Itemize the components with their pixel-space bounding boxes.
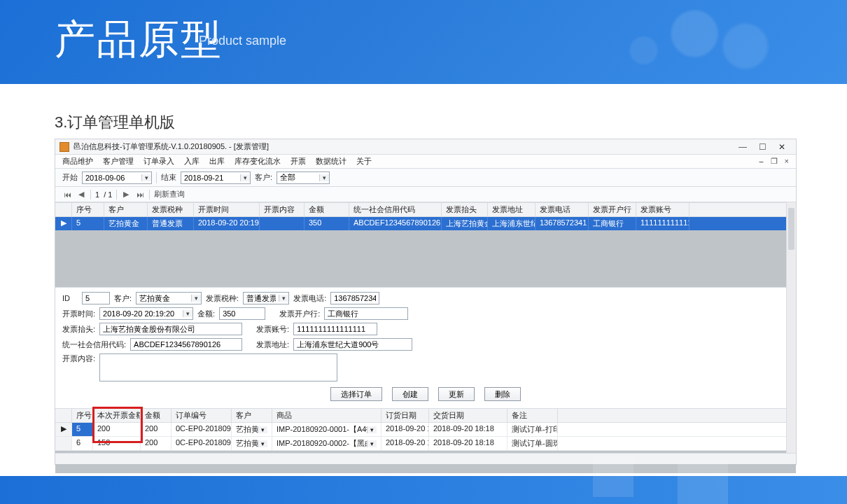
delete-button[interactable]: 删除: [484, 387, 521, 401]
product-cell-select[interactable]: IMP-20180920-0001-【A4打印纸】▾: [272, 423, 382, 436]
col-header[interactable]: 统一社会信用代码: [349, 203, 442, 216]
end-date-label: 结束: [161, 172, 176, 183]
col-header[interactable]: 发票税种: [148, 203, 194, 216]
col-header[interactable]: 发票开户行: [589, 203, 636, 216]
customer-filter-select[interactable]: ▾: [276, 172, 330, 184]
amount-field[interactable]: [219, 307, 265, 320]
time-picker[interactable]: ▾: [99, 307, 193, 320]
chevron-down-icon[interactable]: ▾: [191, 295, 201, 302]
col-header[interactable]: 发票电话: [536, 203, 589, 216]
customer-filter-label: 客户:: [255, 172, 272, 183]
window-minimize-button[interactable]: —: [733, 142, 752, 152]
amount-label: 金额:: [197, 309, 215, 319]
menubar: 商品维护 客户管理 订单录入 入库 出库 库存变化流水 开票 数据统计 关于 ‒…: [55, 155, 796, 169]
create-button[interactable]: 创建: [392, 387, 428, 401]
col-header[interactable]: 开票时间: [194, 203, 260, 216]
col-header[interactable]: 本次开票金额: [93, 409, 141, 422]
refresh-button[interactable]: 刷新查询: [154, 189, 185, 200]
col-header[interactable]: 交货日期: [429, 409, 507, 422]
mdi-close-button[interactable]: ×: [785, 157, 789, 166]
col-header[interactable]: 序号: [72, 409, 93, 422]
menu-item[interactable]: 库存变化流水: [234, 156, 281, 167]
vertical-scrollbar[interactable]: [786, 202, 796, 453]
head-label: 发票抬头:: [62, 324, 95, 335]
col-header[interactable]: 备注: [507, 409, 558, 422]
slide-banner: 产品原型 Product sample: [0, 0, 847, 84]
chevron-down-icon[interactable]: ▾: [183, 310, 192, 317]
scrollbar-thumb[interactable]: [788, 208, 794, 250]
start-date-input[interactable]: [83, 172, 141, 183]
time-label: 开票时间:: [62, 309, 95, 319]
banner-title-en: Product sample: [199, 34, 286, 48]
phone-field[interactable]: [330, 292, 379, 304]
chevron-down-icon: ▾: [258, 426, 267, 433]
row-marker: ▶: [55, 217, 72, 230]
bank-field[interactable]: [324, 307, 408, 320]
credit-field[interactable]: [130, 338, 242, 351]
update-button[interactable]: 更新: [438, 387, 475, 401]
banner-title-cn: 产品原型: [55, 13, 223, 67]
col-header[interactable]: 发票地址: [488, 203, 536, 216]
chevron-down-icon[interactable]: ▾: [279, 295, 288, 302]
menu-item[interactable]: 关于: [356, 156, 372, 167]
col-header[interactable]: 开票内容: [260, 203, 304, 216]
app-icon: [59, 142, 69, 152]
col-header[interactable]: 商品: [272, 409, 382, 422]
table-row[interactable]: ▶ 5 200 200 0C-EP0-20180920-0001 艺拍黄金▾ I…: [55, 423, 796, 437]
chevron-down-icon[interactable]: ▾: [141, 174, 151, 181]
section-heading: 3.订单管理单机版: [55, 112, 175, 133]
select-order-button[interactable]: 选择订单: [330, 387, 382, 401]
window-title: 邑泊信息科技-订单管理系统-V.1.0.20180905. - [发票管理]: [74, 141, 269, 152]
end-date-picker[interactable]: ▾: [181, 172, 251, 184]
col-header[interactable]: 序号: [72, 203, 104, 216]
product-cell-select[interactable]: IMP-20180920-0002-【黑白圆珠笔】▾: [272, 437, 382, 450]
menu-item[interactable]: 商品维护: [62, 156, 93, 167]
customer-cell-select[interactable]: 艺拍黄金▾: [232, 437, 272, 450]
start-date-picker[interactable]: ▾: [82, 172, 152, 184]
window-close-button[interactable]: ✕: [772, 142, 792, 152]
col-header[interactable]: 金额: [141, 409, 172, 422]
id-label: ID: [62, 294, 78, 302]
taxtype-select[interactable]: ▾: [243, 292, 289, 304]
id-field[interactable]: [82, 292, 110, 304]
pager-page: 1: [95, 190, 99, 199]
account-field[interactable]: [293, 323, 377, 335]
col-header[interactable]: 客户: [104, 203, 148, 216]
col-header[interactable]: 订货日期: [382, 409, 429, 422]
pager-prev-button[interactable]: ◀: [76, 190, 86, 199]
table-row[interactable]: ▶ 5 艺拍黄金 普通发票 2018-09-20 20:19 350 ABCDE…: [55, 217, 796, 230]
bank-label: 发票开户行:: [279, 309, 320, 319]
menu-item[interactable]: 出库: [209, 156, 225, 167]
mdi-minimize-button[interactable]: ‒: [759, 157, 764, 166]
customer-cell-select[interactable]: 艺拍黄金▾: [232, 423, 272, 436]
col-header[interactable]: 订单编号: [172, 409, 232, 422]
menu-item[interactable]: 数据统计: [316, 156, 346, 167]
chevron-down-icon[interactable]: ▾: [240, 174, 250, 181]
menu-item[interactable]: 客户管理: [103, 156, 134, 167]
filter-bar: 开始 ▾ 结束 ▾ 客户: ▾: [55, 169, 796, 187]
head-field[interactable]: [99, 323, 242, 335]
col-header[interactable]: 发票账号: [636, 203, 690, 216]
menu-item[interactable]: 订单录入: [144, 156, 174, 167]
col-header[interactable]: 金额: [304, 203, 349, 216]
table-row[interactable]: 6 150 200 0C-EP0-20180920-0002 艺拍黄金▾ IMP…: [55, 437, 796, 451]
address-field[interactable]: [293, 338, 412, 351]
menu-item[interactable]: 开票: [290, 156, 306, 167]
end-date-input[interactable]: [181, 172, 240, 183]
col-header[interactable]: 客户: [232, 409, 272, 422]
pager-first-button[interactable]: ⏮: [62, 190, 72, 199]
mdi-restore-button[interactable]: ❐: [771, 157, 778, 166]
window-maximize-button[interactable]: ☐: [752, 142, 772, 152]
col-header[interactable]: 发票抬头: [442, 203, 488, 216]
credit-label: 统一社会信用代码:: [62, 340, 126, 350]
address-label: 发票地址:: [256, 340, 289, 350]
pager-next-button[interactable]: ▶: [121, 190, 131, 199]
pager-last-button[interactable]: ⏭: [135, 190, 145, 199]
row-marker: [55, 437, 72, 450]
content-field[interactable]: [99, 354, 337, 382]
customer-select[interactable]: ▾: [136, 292, 202, 304]
customer-filter-value[interactable]: [277, 172, 319, 183]
customer-label: 客户:: [114, 293, 132, 304]
menu-item[interactable]: 入库: [184, 156, 200, 167]
chevron-down-icon[interactable]: ▾: [319, 174, 329, 181]
